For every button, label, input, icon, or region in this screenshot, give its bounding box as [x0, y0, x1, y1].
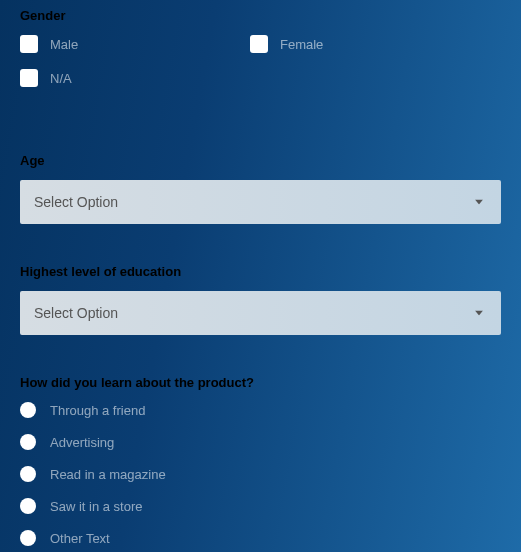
radio-label: Through a friend [50, 403, 145, 418]
radio-circle-icon [20, 466, 36, 482]
education-select-wrap: Select Option [20, 291, 501, 335]
select-placeholder: Select Option [34, 305, 118, 321]
checkbox-box-icon [20, 69, 38, 87]
chevron-down-icon [475, 200, 483, 205]
select-placeholder: Select Option [34, 194, 118, 210]
age-section: Age Select Option [20, 153, 501, 224]
radio-label: Saw it in a store [50, 499, 143, 514]
radio-through-a-friend[interactable]: Through a friend [20, 402, 501, 418]
education-section: Highest level of education Select Option [20, 264, 501, 335]
radio-read-in-a-magazine[interactable]: Read in a magazine [20, 466, 501, 482]
radio-circle-icon [20, 434, 36, 450]
radio-label: Other Text [50, 531, 110, 546]
age-title: Age [20, 153, 501, 168]
age-select-wrap: Select Option [20, 180, 501, 224]
checkbox-label: Female [280, 37, 323, 52]
education-title: Highest level of education [20, 264, 501, 279]
radio-circle-icon [20, 530, 36, 546]
gender-title: Gender [20, 8, 501, 23]
chevron-down-icon [475, 311, 483, 316]
checkbox-label: N/A [50, 71, 72, 86]
age-select[interactable]: Select Option [20, 180, 501, 224]
radio-advertising[interactable]: Advertising [20, 434, 501, 450]
checkbox-label: Male [50, 37, 78, 52]
learn-options: Through a friend Advertising Read in a m… [20, 402, 501, 546]
education-select[interactable]: Select Option [20, 291, 501, 335]
checkbox-box-icon [20, 35, 38, 53]
checkbox-box-icon [250, 35, 268, 53]
radio-saw-it-in-a-store[interactable]: Saw it in a store [20, 498, 501, 514]
checkbox-male[interactable]: Male [20, 35, 250, 53]
radio-circle-icon [20, 402, 36, 418]
gender-section: Gender Male Female N/A [20, 0, 501, 103]
learn-title: How did you learn about the product? [20, 375, 501, 390]
radio-circle-icon [20, 498, 36, 514]
checkbox-female[interactable]: Female [250, 35, 480, 53]
radio-label: Read in a magazine [50, 467, 166, 482]
radio-label: Advertising [50, 435, 114, 450]
learn-section: How did you learn about the product? Thr… [20, 375, 501, 546]
gender-options: Male Female N/A [20, 35, 501, 103]
radio-other-text[interactable]: Other Text [20, 530, 501, 546]
checkbox-na[interactable]: N/A [20, 69, 250, 87]
